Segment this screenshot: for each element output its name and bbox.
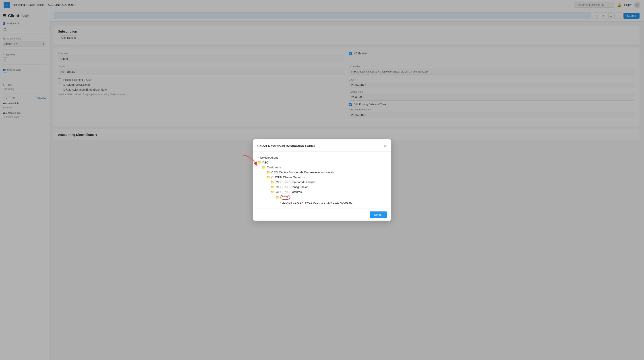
- folder-icon: 📁: [266, 175, 270, 179]
- folder-icon: 📁: [271, 190, 274, 194]
- modal-footer: Select: [253, 208, 391, 220]
- tree-item-cligen-compartido[interactable]: 📁 CLIGEN C-Compartido Cliente: [258, 180, 387, 184]
- folder-icon: 📁: [275, 196, 279, 199]
- tree-item-pdf[interactable]: ● 220428 CLIGEN_FV22-001_ACC...NV-2022-0…: [258, 200, 387, 205]
- select-button[interactable]: Select: [370, 212, 386, 218]
- folder-icon: 📁: [266, 170, 270, 174]
- tree-item-nextcloud-png[interactable]: ● Nextcloud.png: [258, 155, 387, 160]
- modal-title: Select NextCloud Destination Folder: [258, 144, 315, 148]
- tree-item-cligen-facturas[interactable]: 📁 CLIGEN C-Facturas: [258, 189, 387, 194]
- folder-icon: 📁: [262, 166, 266, 169]
- nextcloud-modal: Select NextCloud Destination Folder ✕ ● …: [253, 140, 391, 220]
- tree-item-cligen-configuracion[interactable]: 📁 CLIGEN C-Configuración: [258, 184, 387, 189]
- tree-item-ceei[interactable]: 📁 CEEI Centro Europeo de Empresas e Inno…: [258, 170, 387, 175]
- file-icon: ●: [280, 202, 281, 204]
- tree-item-pbc[interactable]: 📁 PBC: [258, 160, 387, 165]
- modal-header: Select NextCloud Destination Folder ✕: [253, 140, 391, 152]
- modal-body: ● Nextcloud.png 📁 PBC 📁 Customers 📁 CEEI…: [253, 152, 391, 208]
- selected-folder-label: 2022: [280, 195, 290, 200]
- folder-icon: 📁: [258, 160, 261, 164]
- tree-item-cligen-generico[interactable]: 📁 CLIGEN Cliente Genérico: [258, 175, 387, 180]
- file-icon: ●: [258, 156, 259, 159]
- modal-close-button[interactable]: ✕: [384, 144, 387, 148]
- tree-item-2022[interactable]: 📁 2022: [258, 194, 387, 200]
- folder-icon: 📁: [271, 185, 274, 189]
- modal-overlay: Select NextCloud Destination Folder ✕ ● …: [0, 0, 644, 360]
- folder-icon: 📁: [271, 180, 274, 184]
- tree-item-customers[interactable]: 📁 Customers: [258, 165, 387, 170]
